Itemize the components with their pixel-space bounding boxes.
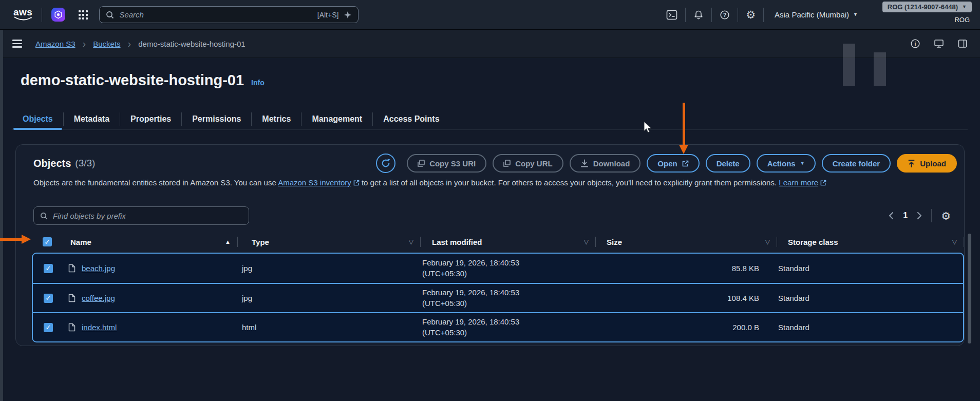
side-panel-toggle-icon[interactable] — [957, 39, 968, 49]
object-storage-class: Standard — [767, 323, 963, 332]
bucket-tabs: Objects Metadata Properties Permissions … — [12, 109, 968, 130]
object-last-modified: February 19, 2026, 18:40:53 (UTC+05:30) — [411, 258, 586, 279]
prefix-search-input[interactable] — [53, 212, 242, 220]
object-link[interactable]: beach.jpg — [82, 264, 115, 273]
top-navigation-bar: aws [Alt+S] — [0, 0, 980, 30]
sort-ascending-icon: ▲ — [225, 239, 231, 245]
objects-panel-header: Objects (3/3) Copy S3 URI — [33, 153, 957, 174]
copy-s3-uri-button[interactable]: Copy S3 URI — [407, 154, 486, 173]
object-size: 85.8 KB — [586, 264, 767, 273]
column-header-storage-class[interactable]: Storage class ▽ — [777, 232, 964, 252]
object-type: jpg — [228, 294, 411, 302]
svg-text:?: ? — [723, 11, 727, 17]
external-link-icon — [353, 180, 360, 186]
prefix-search-box — [33, 206, 249, 225]
row-checkbox[interactable]: ✓ — [44, 294, 53, 303]
previous-page-button[interactable] — [889, 212, 894, 220]
global-search-box: [Alt+S] — [99, 6, 359, 23]
aws-smile-icon — [14, 16, 32, 21]
page-header: demo-static-website-hosting-01 Info — [21, 72, 265, 89]
learn-more-link[interactable]: Learn more — [779, 178, 826, 187]
mouse-cursor — [644, 121, 653, 133]
chevron-right-icon: › — [83, 39, 86, 49]
tab-properties[interactable]: Properties — [120, 109, 181, 129]
actions-dropdown-button[interactable]: Actions ▼ — [757, 154, 816, 173]
feedback-monitor-icon[interactable] — [934, 39, 944, 49]
watermark-bar — [843, 44, 855, 86]
pagination-divider — [931, 209, 932, 222]
table-scrollbar-thumb[interactable] — [968, 234, 971, 343]
current-page-number[interactable]: 1 — [903, 211, 908, 220]
objects-toolbar: Copy S3 URI Copy URL Download — [376, 154, 957, 173]
breadcrumb-utilities: i — [910, 39, 968, 49]
refresh-button[interactable] — [376, 154, 395, 173]
account-menu-button[interactable]: ROG (1214-9007-6448) ▼ — [882, 2, 972, 12]
file-icon — [68, 294, 76, 302]
settings-gear-icon[interactable]: ⚙ — [746, 9, 756, 20]
delete-button[interactable]: Delete — [706, 154, 750, 173]
page-title: demo-static-website-hosting-01 — [21, 72, 244, 89]
row-checkbox[interactable]: ✓ — [44, 264, 53, 273]
tab-metadata[interactable]: Metadata — [64, 109, 120, 129]
tab-metrics[interactable]: Metrics — [252, 109, 301, 129]
inventory-link[interactable]: Amazon S3 inventory — [278, 178, 360, 187]
amazon-q-icon[interactable] — [51, 8, 65, 22]
breadcrumb-buckets[interactable]: Buckets — [93, 40, 120, 48]
notifications-bell-icon[interactable] — [693, 10, 704, 20]
file-icon — [68, 264, 76, 273]
breadcrumb-current: demo-static-website-hosting-01 — [138, 40, 245, 48]
apps-grid-icon[interactable] — [78, 9, 89, 21]
global-search-input[interactable] — [119, 10, 317, 19]
search-shortcut-label: [Alt+S] — [317, 11, 339, 19]
tab-permissions[interactable]: Permissions — [182, 109, 251, 129]
aws-logo[interactable]: aws — [13, 8, 32, 21]
table-row[interactable]: ✓ beach.jpg jpg February 19, 2026, 18:40… — [33, 254, 963, 283]
table-preferences-gear-icon[interactable]: ⚙ — [941, 211, 951, 221]
help-icon[interactable]: ? — [720, 10, 730, 20]
copy-url-button[interactable]: Copy URL — [493, 154, 563, 173]
topbar-divider — [42, 8, 42, 22]
column-header-type[interactable]: Type ▽ — [238, 232, 421, 252]
open-button[interactable]: Open — [647, 154, 699, 173]
svg-text:i: i — [914, 41, 916, 47]
download-button[interactable]: Download — [570, 154, 641, 173]
row-checkbox[interactable]: ✓ — [44, 323, 53, 332]
table-row[interactable]: ✓ coffee.jpg jpg February 19, 2026, 18:4… — [33, 283, 963, 312]
pagination: 1 ⚙ — [889, 209, 951, 222]
tab-objects[interactable]: Objects — [12, 109, 63, 129]
column-header-name[interactable]: Name ▲ — [52, 232, 238, 252]
info-link[interactable]: Info — [251, 79, 265, 87]
object-link[interactable]: coffee.jpg — [82, 294, 115, 302]
region-selector[interactable]: Asia Pacific (Mumbai) ▼ — [775, 10, 858, 19]
upload-button[interactable]: Upload — [897, 154, 957, 173]
sort-icon: ▽ — [765, 238, 770, 245]
search-q-spark-icon — [344, 11, 352, 19]
table-row[interactable]: ✓ index.html html February 19, 2026, 18:… — [33, 312, 963, 341]
sort-icon: ▽ — [584, 238, 589, 245]
object-last-modified: February 19, 2026, 18:40:53 (UTC+05:30) — [411, 288, 586, 309]
select-all-checkbox[interactable]: ✓ — [43, 237, 52, 246]
objects-count: (3/3) — [75, 158, 95, 169]
chevron-right-icon: › — [128, 39, 131, 49]
breadcrumb-amazon-s3[interactable]: Amazon S3 — [35, 40, 76, 48]
info-icon[interactable]: i — [910, 39, 920, 49]
external-link-icon — [820, 180, 826, 186]
hamburger-menu-icon[interactable] — [12, 40, 22, 48]
region-label: Asia Pacific (Mumbai) — [775, 10, 849, 19]
column-header-size[interactable]: Size ▽ — [596, 232, 777, 252]
panel-title: Objects — [33, 158, 71, 169]
tab-management[interactable]: Management — [301, 109, 372, 129]
objects-table-header: ✓ Name ▲ Type ▽ Last modified ▽ Size ▽ S… — [16, 232, 964, 252]
cloudshell-icon[interactable] — [666, 9, 677, 21]
left-edge-strip — [0, 30, 3, 401]
breadcrumb-bar: Amazon S3 › Buckets › demo-static-websit… — [0, 30, 980, 58]
create-folder-button[interactable]: Create folder — [822, 154, 891, 173]
column-header-last-modified[interactable]: Last modified ▽ — [421, 232, 596, 252]
account-name-label: ROG — [882, 16, 972, 24]
annotation-arrow-to-checkbox — [0, 238, 22, 241]
annotation-arrow-to-delete — [683, 103, 685, 146]
object-link[interactable]: index.html — [82, 323, 117, 332]
aws-logo-text: aws — [13, 8, 32, 16]
next-page-button[interactable] — [917, 212, 922, 220]
tab-access-points[interactable]: Access Points — [373, 109, 449, 129]
